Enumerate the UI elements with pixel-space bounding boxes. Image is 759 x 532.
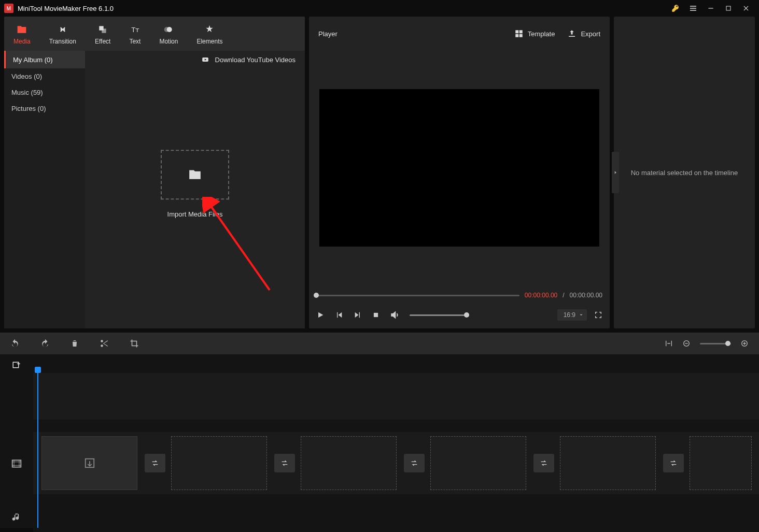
tab-label: Elements <box>196 38 222 45</box>
svg-rect-10 <box>13 362 19 368</box>
player-title: Player <box>318 30 338 38</box>
crop-button[interactable] <box>130 339 139 348</box>
minimize-button[interactable] <box>702 0 720 17</box>
inspector-empty-text: No material selected on the timeline <box>631 169 738 177</box>
menu-icon[interactable] <box>684 0 702 17</box>
svg-text:Tᴛ: Tᴛ <box>132 26 140 34</box>
tab-motion[interactable]: Motion <box>150 17 187 51</box>
undo-button[interactable] <box>10 339 20 348</box>
svg-rect-11 <box>12 460 21 467</box>
youtube-icon <box>201 56 210 63</box>
add-track-button[interactable] <box>0 358 33 373</box>
svg-rect-2 <box>102 28 106 33</box>
export-button[interactable]: Export <box>567 29 600 38</box>
sidebar-item-my-album[interactable]: My Album (0) <box>4 51 85 68</box>
maximize-button[interactable] <box>720 0 737 17</box>
audio-track[interactable] <box>33 494 759 532</box>
video-preview <box>319 89 599 247</box>
audio-track-icon <box>0 505 33 530</box>
clip-slot[interactable] <box>430 436 526 490</box>
tab-transition[interactable]: Transition <box>40 17 86 51</box>
time-current: 00:00:00.00 <box>525 292 557 299</box>
license-key-icon[interactable] <box>667 0 684 17</box>
import-media-button[interactable] <box>161 150 229 199</box>
sidebar-item-videos[interactable]: Videos (0) <box>4 68 85 84</box>
export-label: Export <box>581 30 600 38</box>
close-button[interactable] <box>737 0 755 17</box>
volume-icon[interactable] <box>390 310 399 320</box>
aspect-ratio-select[interactable]: 16:9 <box>557 309 587 321</box>
player-panel: Player Template Export 00:00:00.00 / 00:… <box>309 17 610 328</box>
album-sidebar: My Album (0) Videos (0) Music (59) Pictu… <box>4 51 85 328</box>
app-logo-icon: M <box>4 4 13 13</box>
transition-slot[interactable] <box>404 454 425 472</box>
video-track-icon <box>0 451 33 477</box>
svg-rect-7 <box>374 313 378 317</box>
template-label: Template <box>528 30 555 38</box>
prev-frame-button[interactable] <box>335 311 343 319</box>
transition-slot[interactable] <box>663 454 684 472</box>
library-panel: Media Transition Effect Tᴛ Text Motion E… <box>4 17 305 328</box>
volume-slider[interactable] <box>410 314 467 316</box>
zoom-in-button[interactable] <box>740 339 749 348</box>
stop-button[interactable] <box>372 311 380 319</box>
download-youtube-link[interactable]: Download YouTube Videos <box>215 56 296 64</box>
fullscreen-button[interactable] <box>594 311 602 319</box>
inspector-panel: No material selected on the timeline <box>614 17 755 328</box>
timeline-ruler[interactable] <box>33 373 759 420</box>
timeline-fit-button[interactable] <box>665 339 673 348</box>
clip-slot-drop[interactable] <box>41 436 137 490</box>
inspector-collapse-handle[interactable] <box>612 152 619 193</box>
redo-button[interactable] <box>40 339 50 348</box>
tab-label: Media <box>13 38 31 45</box>
media-drop-area: Download YouTube Videos Import Media Fil… <box>85 51 305 328</box>
scrub-bar[interactable] <box>316 295 519 296</box>
time-separator: / <box>563 292 564 299</box>
tab-label: Motion <box>159 38 178 45</box>
library-tabs: Media Transition Effect Tᴛ Text Motion E… <box>4 17 305 51</box>
app-title: MiniTool MovieMaker Free 6.1.0 <box>18 5 114 12</box>
transition-slot[interactable] <box>533 454 554 472</box>
delete-button[interactable] <box>71 339 79 348</box>
tab-effect[interactable]: Effect <box>86 17 120 51</box>
next-frame-button[interactable] <box>354 311 362 319</box>
transition-slot[interactable] <box>274 454 295 472</box>
zoom-slider[interactable] <box>700 343 731 344</box>
play-button[interactable] <box>316 311 325 319</box>
svg-rect-0 <box>726 6 730 10</box>
sidebar-item-pictures[interactable]: Pictures (0) <box>4 100 85 117</box>
playhead[interactable] <box>37 370 38 528</box>
svg-point-5 <box>164 27 170 32</box>
import-media-label: Import Media Files <box>167 210 223 218</box>
clip-slot[interactable] <box>301 436 397 490</box>
tab-label: Transition <box>49 38 76 45</box>
tab-elements[interactable]: Elements <box>187 17 232 51</box>
tab-text[interactable]: Tᴛ Text <box>120 17 150 51</box>
timeline-toolbar <box>0 333 759 354</box>
clip-slot[interactable] <box>560 436 656 490</box>
split-button[interactable] <box>100 339 109 348</box>
tab-label: Effect <box>95 38 110 45</box>
clip-slot[interactable] <box>690 436 752 490</box>
template-button[interactable]: Template <box>514 29 555 38</box>
title-bar: M MiniTool MovieMaker Free 6.1.0 <box>0 0 759 17</box>
transition-slot[interactable] <box>145 454 165 472</box>
tab-media[interactable]: Media <box>4 17 40 51</box>
zoom-out-button[interactable] <box>682 339 691 348</box>
sidebar-item-music[interactable]: Music (59) <box>4 84 85 100</box>
timeline <box>0 354 759 528</box>
clip-slot[interactable] <box>171 436 267 490</box>
time-total: 00:00:00.00 <box>570 292 602 299</box>
tab-label: Text <box>129 38 140 45</box>
